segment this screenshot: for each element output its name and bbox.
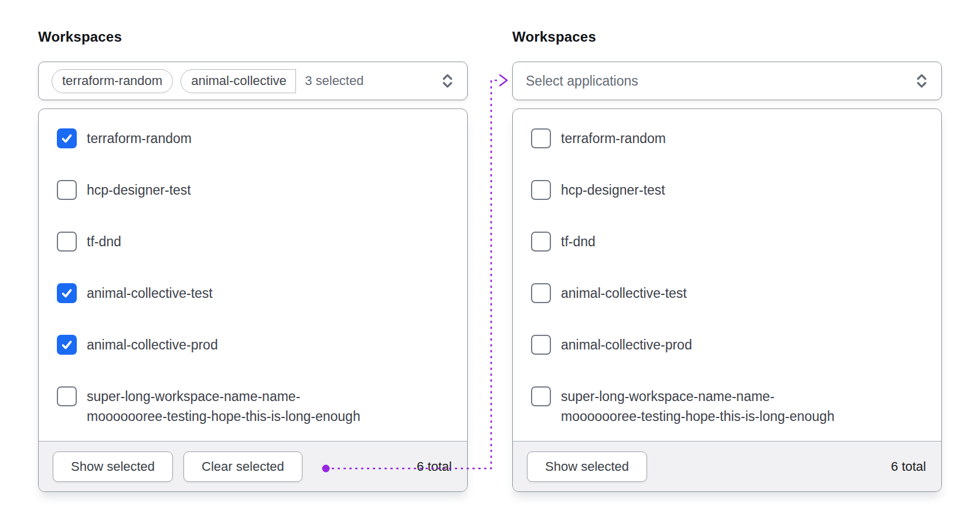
multiselect-trigger[interactable]: Select applications <box>512 62 942 100</box>
workspace-option[interactable]: animal-collective-prod <box>513 319 941 371</box>
option-label: animal-collective-prod <box>561 335 692 355</box>
clear-selected-button[interactable]: Clear selected <box>183 451 302 482</box>
option-checkbox[interactable] <box>57 128 77 148</box>
workspaces-multiselect-right: Workspaces Select applications terraform… <box>512 28 942 492</box>
option-label: animal-collective-test <box>87 283 213 303</box>
option-checkbox[interactable] <box>531 386 551 406</box>
check-icon <box>60 338 74 352</box>
option-label: terraform-random <box>87 128 192 148</box>
option-label: super-long-workspace-name-name- moooooor… <box>561 386 835 426</box>
listbox-footer: Show selected 6 total <box>513 441 941 491</box>
show-selected-button[interactable]: Show selected <box>53 451 173 482</box>
option-checkbox[interactable] <box>57 180 77 200</box>
option-label: terraform-random <box>561 128 666 148</box>
option-checkbox[interactable] <box>531 180 551 200</box>
workspace-option[interactable]: terraform-random <box>39 113 467 164</box>
option-label: super-long-workspace-name-name- moooooor… <box>87 386 360 426</box>
check-icon <box>60 131 74 145</box>
option-label: hcp-designer-test <box>87 180 191 200</box>
workspace-option[interactable]: terraform-random <box>513 113 941 164</box>
options-listbox: terraform-random hcp-designer-test tf-dn… <box>38 108 468 492</box>
option-checkbox[interactable] <box>57 283 77 303</box>
selected-tag: terraform-random <box>52 69 173 93</box>
workspace-option[interactable]: super-long-workspace-name-name- moooooor… <box>39 371 467 441</box>
unfold-more-icon <box>441 73 454 89</box>
workspace-option[interactable]: tf-dnd <box>513 216 941 267</box>
unfold-more-icon <box>915 73 928 89</box>
show-selected-button[interactable]: Show selected <box>527 451 647 482</box>
option-label: animal-collective-test <box>561 283 687 303</box>
option-label: animal-collective-prod <box>87 335 218 355</box>
workspace-option[interactable]: hcp-designer-test <box>513 164 941 216</box>
workspace-option[interactable]: super-long-workspace-name-name- moooooor… <box>513 371 941 441</box>
workspace-option[interactable]: animal-collective-test <box>513 267 941 319</box>
options-list: terraform-random hcp-designer-test tf-dn… <box>39 109 467 441</box>
total-count-label: 6 total <box>417 459 452 474</box>
selected-tag-clipped: animal-collective <box>181 69 296 93</box>
option-checkbox[interactable] <box>57 386 77 406</box>
multiselect-trigger[interactable]: terraform-random animal-collective 3 sel… <box>38 62 468 100</box>
workspace-option[interactable]: animal-collective-prod <box>39 319 467 371</box>
option-checkbox[interactable] <box>531 335 551 355</box>
option-label: tf-dnd <box>87 232 121 252</box>
page-root: Workspaces terraform-random animal-colle… <box>0 0 980 523</box>
workspaces-multiselect-left: Workspaces terraform-random animal-colle… <box>38 28 468 492</box>
options-list: terraform-random hcp-designer-test tf-dn… <box>513 109 941 441</box>
total-count-label: 6 total <box>891 459 926 474</box>
option-label: tf-dnd <box>561 232 596 252</box>
workspace-option[interactable]: hcp-designer-test <box>39 164 467 216</box>
option-label: hcp-designer-test <box>561 180 665 200</box>
selected-count-label: 3 selected <box>305 73 363 89</box>
options-listbox: terraform-random hcp-designer-test tf-dn… <box>512 108 942 492</box>
select-label: Workspaces <box>38 28 468 46</box>
select-placeholder: Select applications <box>526 73 638 89</box>
workspace-option[interactable]: tf-dnd <box>39 216 467 267</box>
option-checkbox[interactable] <box>531 283 551 303</box>
option-checkbox[interactable] <box>531 128 551 148</box>
workspace-option[interactable]: animal-collective-test <box>39 267 467 319</box>
listbox-footer: Show selected Clear selected 6 total <box>39 441 467 491</box>
select-label: Workspaces <box>512 28 942 46</box>
option-checkbox[interactable] <box>531 232 551 252</box>
option-checkbox[interactable] <box>57 335 77 355</box>
option-checkbox[interactable] <box>57 232 77 252</box>
check-icon <box>60 286 74 300</box>
